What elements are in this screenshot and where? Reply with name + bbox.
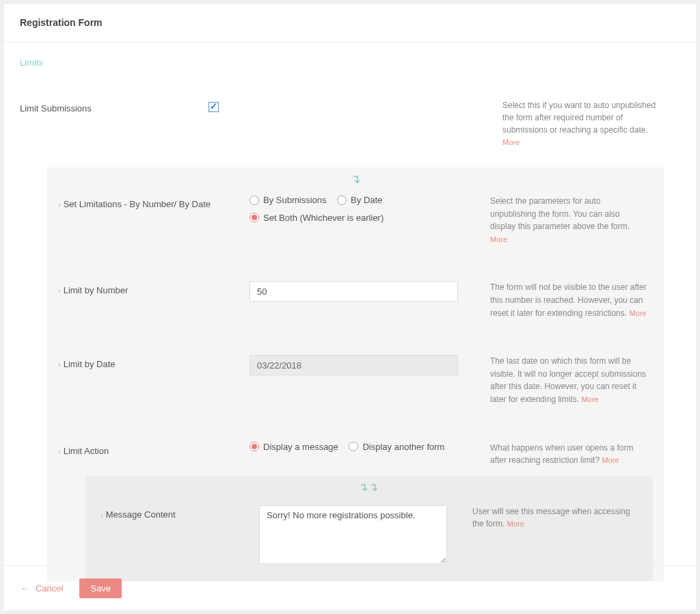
control-limit-action: Display a message Display another form bbox=[250, 442, 468, 454]
cancel-button[interactable]: ← Cancel bbox=[20, 583, 63, 593]
input-limit-by-number[interactable] bbox=[250, 281, 458, 302]
radio-label-set-both: Set Both (Whichever is earlier) bbox=[263, 213, 383, 223]
textarea-message-content[interactable] bbox=[259, 505, 447, 564]
label-text-limit-by-date: Limit by Date bbox=[64, 359, 116, 369]
arrow-left-icon: ← bbox=[20, 583, 29, 593]
label-limit-action: ›Limit Action bbox=[58, 442, 250, 456]
help-limit-submissions: Select this if you want to auto unpublis… bbox=[468, 99, 680, 148]
radio-input-display-form[interactable] bbox=[349, 442, 358, 451]
more-link-message-content[interactable]: More bbox=[507, 520, 524, 528]
card-header: Registration Form bbox=[3, 3, 697, 42]
save-button[interactable]: Save bbox=[79, 578, 122, 598]
radio-display-message[interactable]: Display a message bbox=[250, 442, 338, 452]
help-text-limit-by-number: The form will not be visible to the user… bbox=[490, 282, 647, 317]
label-set-limitations: ›Set Limitations - By Number/ By Date bbox=[58, 195, 250, 209]
chevron-right-icon: › bbox=[100, 511, 103, 519]
input-limit-by-date[interactable] bbox=[250, 355, 458, 375]
label-text-message-content: Message Content bbox=[106, 509, 176, 520]
help-text-limit-submissions: Select this if you want to auto unpublis… bbox=[502, 101, 656, 135]
footer-bar: ← Cancel Save bbox=[3, 565, 697, 611]
arrow-down-double-icon: ↴↴ bbox=[359, 481, 379, 494]
row-message-content: ›Message Content User will see this mess… bbox=[96, 482, 642, 566]
help-text-message-content: User will see this message when accessin… bbox=[472, 507, 630, 529]
chevron-right-icon: › bbox=[58, 360, 61, 369]
control-limit-by-date bbox=[250, 355, 468, 375]
tab-limits[interactable]: Limits bbox=[20, 57, 43, 68]
radio-display-form[interactable]: Display another form bbox=[349, 442, 444, 452]
control-set-limitations: By Submissions By Date Set Both (Whichev… bbox=[250, 195, 468, 230]
more-link-limit-submissions[interactable]: More bbox=[502, 138, 520, 146]
settings-card: Registration Form Limits Limit Submissio… bbox=[3, 3, 697, 611]
label-text-set-limitations: Set Limitations - By Number/ By Date bbox=[64, 199, 211, 209]
arrow-down-icon: ↴ bbox=[351, 172, 361, 187]
help-message-content: User will see this message when accessin… bbox=[459, 505, 642, 531]
help-text-limit-by-date: The last date on which this form will be… bbox=[490, 356, 646, 404]
row-limit-submissions: Limit Submissions Select this if you wan… bbox=[3, 99, 680, 148]
more-link-limit-by-date[interactable]: More bbox=[581, 395, 598, 403]
control-limit-submissions bbox=[208, 99, 468, 114]
more-link-limit-action[interactable]: More bbox=[602, 456, 619, 464]
more-link-limit-by-number[interactable]: More bbox=[629, 309, 646, 317]
row-limit-by-date: ›Limit by Date The last date on which th… bbox=[58, 336, 653, 422]
label-limit-submissions: Limit Submissions bbox=[3, 99, 208, 114]
radio-label-by-submissions: By Submissions bbox=[263, 195, 326, 205]
chevron-right-icon: › bbox=[58, 286, 61, 295]
chevron-right-icon: › bbox=[58, 447, 61, 455]
control-limit-by-number bbox=[250, 281, 468, 302]
help-text-set-limitations: Select the parameters for auto unpublish… bbox=[490, 196, 630, 231]
cancel-label: Cancel bbox=[36, 583, 63, 593]
label-limit-by-date: ›Limit by Date bbox=[58, 355, 250, 369]
radio-input-by-date[interactable] bbox=[337, 196, 347, 205]
checkbox-limit-submissions[interactable] bbox=[208, 102, 219, 112]
tabs-bar: Limits bbox=[3, 42, 697, 73]
radio-set-both[interactable]: Set Both (Whichever is earlier) bbox=[250, 213, 383, 223]
radio-input-by-submissions[interactable] bbox=[250, 196, 259, 205]
page-title: Registration Form bbox=[20, 17, 680, 28]
form-body: Limit Submissions Select this if you wan… bbox=[3, 73, 697, 581]
help-limit-by-number: The form will not be visible to the user… bbox=[468, 281, 653, 319]
help-limit-by-date: The last date on which this form will be… bbox=[468, 355, 653, 405]
row-limit-by-number: ›Limit by Number The form will not be vi… bbox=[58, 262, 653, 336]
radio-label-display-message: Display a message bbox=[263, 442, 338, 452]
label-text-limit-action: Limit Action bbox=[64, 446, 109, 456]
control-message-content bbox=[259, 505, 459, 566]
help-limit-action: What happens when user opens a form afte… bbox=[468, 442, 653, 467]
row-limit-action: ›Limit Action Display a message Display … bbox=[58, 423, 653, 477]
label-limit-by-number: ›Limit by Number bbox=[58, 281, 250, 295]
radio-input-set-both[interactable] bbox=[250, 213, 259, 222]
radio-input-display-message[interactable] bbox=[250, 442, 259, 451]
radio-by-date[interactable]: By Date bbox=[337, 195, 382, 205]
radio-label-display-form: Display another form bbox=[362, 442, 444, 452]
sub-panel-limits: ↴ ›Set Limitations - By Number/ By Date … bbox=[47, 168, 664, 581]
label-message-content: ›Message Content bbox=[96, 505, 259, 520]
radio-label-by-date: By Date bbox=[351, 195, 382, 205]
help-set-limitations: Select the parameters for auto unpublish… bbox=[468, 195, 653, 245]
label-text-limit-by-number: Limit by Number bbox=[64, 285, 129, 295]
more-link-set-limitations[interactable]: More bbox=[490, 235, 507, 243]
chevron-right-icon: › bbox=[58, 200, 61, 209]
radio-by-submissions[interactable]: By Submissions bbox=[250, 195, 326, 205]
